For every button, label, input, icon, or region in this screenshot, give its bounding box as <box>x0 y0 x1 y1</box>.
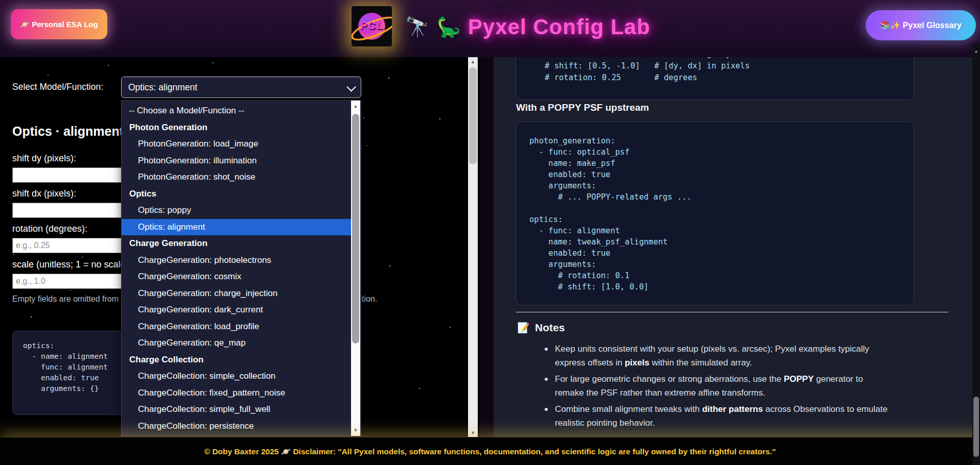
bullet-dot-icon <box>545 348 548 351</box>
note-bullet: Combine small alignment tweaks with dith… <box>545 402 948 430</box>
dropdown-option[interactable]: -- Choose a Model/Function -- <box>122 103 352 119</box>
dropdown-option[interactable]: ChargeGeneration: qe_map <box>122 335 352 352</box>
starfield-decoration <box>0 57 1 58</box>
dropdown-option[interactable]: ChargeGeneration: photoelectrons <box>122 252 352 269</box>
dropdown-option[interactable]: PhotonGeneration: load_image <box>122 136 352 153</box>
dropdown-scrollbar-thumb[interactable] <box>352 114 359 344</box>
dropdown-option[interactable]: ChargeGeneration: charge_injection <box>122 285 352 302</box>
pyxel-glossary-button[interactable]: 📚✨ Pyxel Glossary <box>866 10 976 40</box>
dropdown-group-label: Charge Generation <box>122 235 352 252</box>
poppy-section-heading: With a POPPY PSF upstream <box>516 102 649 113</box>
scroll-up-arrow-icon[interactable]: ▲ <box>468 57 478 66</box>
model-editor-panel: Select Model/Function: Optics: alignment… <box>0 57 480 437</box>
dropdown-option[interactable]: Optics: poppy <box>122 202 352 219</box>
note-bullet: Keep units consistent with your setup (p… <box>545 342 948 370</box>
dropdown-option[interactable]: ChargeCollection: simple_full_well <box>122 401 352 418</box>
note-bullet: For large geometric changes or strong ab… <box>545 372 948 400</box>
note-text: Combine small alignment tweaks with dith… <box>555 402 888 430</box>
bullet-dot-icon <box>545 378 548 381</box>
notes-list: Keep units consistent with your setup (p… <box>545 342 948 432</box>
model-select-value: Optics: alignment <box>128 82 197 93</box>
left-scrollbar-thumb[interactable] <box>469 67 477 164</box>
model-dropdown-list: -- Choose a Model/Function --Photon Gene… <box>122 103 352 436</box>
note-text: Keep units consistent with your setup (p… <box>555 342 869 370</box>
footer-disclaimer-text: © Doby Baxter 2025 🪐 Disclaimer: "All Py… <box>204 447 776 456</box>
page-scrollbar[interactable]: ▲ <box>972 43 980 465</box>
poppy-yaml-code: photon_generation: - func: optical_psf n… <box>516 121 914 305</box>
dropdown-group-label: Photon Generation <box>122 119 352 136</box>
dropdown-option[interactable]: PhotonGeneration: illumination <box>122 153 352 169</box>
documentation-panel: # scale: 1.02 # unitless magnify # shift… <box>494 57 972 437</box>
chevron-down-icon <box>346 82 356 91</box>
left-panel-scrollbar[interactable]: ▲ ▼ <box>468 57 478 437</box>
bullet-dot-icon <box>545 408 548 411</box>
logo-text: PCL <box>352 19 392 32</box>
select-model-label: Select Model/Function: <box>12 82 103 92</box>
dropdown-option[interactable]: ChargeCollection: inter_pixel_capacitanc… <box>122 434 352 436</box>
page-title: Pyxel Config Lab <box>468 15 650 39</box>
pcl-logo: PCL <box>352 6 392 46</box>
memo-icon: 📝 <box>517 322 530 334</box>
app-footer: © Doby Baxter 2025 🪐 Disclaimer: "All Py… <box>0 437 980 465</box>
page-scrollbar-thumb[interactable] <box>973 397 979 457</box>
dropdown-option[interactable]: ChargeGeneration: cosmix <box>122 268 352 285</box>
dropdown-option[interactable]: ChargeCollection: fixed_pattern_noise <box>122 385 352 402</box>
model-select[interactable]: Optics: alignment <box>121 77 361 98</box>
section-divider <box>516 312 948 312</box>
scroll-up-arrow-icon[interactable]: ▲ <box>351 102 360 111</box>
model-dropdown: -- Choose a Model/Function --Photon Gene… <box>121 100 361 436</box>
notes-heading: 📝 Notes <box>517 322 565 334</box>
personal-esa-log-button[interactable]: 🪐 Personal ESA Log <box>11 9 107 39</box>
dropdown-group-label: Optics <box>122 186 352 203</box>
dropdown-option[interactable]: ChargeCollection: persistence <box>122 418 352 435</box>
dropdown-group-label: Charge Collection <box>122 352 352 369</box>
scroll-down-arrow-icon[interactable]: ▼ <box>351 426 360 435</box>
scroll-up-arrow-icon[interactable]: ▲ <box>972 47 980 55</box>
dinosaur-icon: 🦕 <box>436 16 460 38</box>
dropdown-option[interactable]: Optics: alignment <box>122 219 352 236</box>
note-text: For large geometric changes or strong ab… <box>555 372 863 400</box>
telescope-icon: 🔭 <box>405 16 429 38</box>
dropdown-option[interactable]: ChargeCollection: simple_collection <box>122 368 352 385</box>
dropdown-option[interactable]: ChargeGeneration: load_profile <box>122 319 352 335</box>
app-header: 🪐 Personal ESA Log PCL 🔭 🦕 Pyxel Config … <box>0 0 980 57</box>
dropdown-option[interactable]: ChargeGeneration: dark_current <box>122 302 352 319</box>
dropdown-option[interactable]: PhotonGeneration: shot_noise <box>122 169 352 186</box>
pyxel-config-lab-app: Select Model/Function: Optics: alignment… <box>0 0 980 465</box>
dropdown-scrollbar[interactable]: ▲ ▼ <box>351 101 360 436</box>
scroll-down-arrow-icon[interactable]: ▼ <box>468 428 478 437</box>
notes-heading-text: Notes <box>535 322 565 334</box>
model-form-heading: Optics · alignment <box>12 124 124 139</box>
title-wrap: 🔭 🦕 Pyxel Config Lab <box>405 9 650 45</box>
